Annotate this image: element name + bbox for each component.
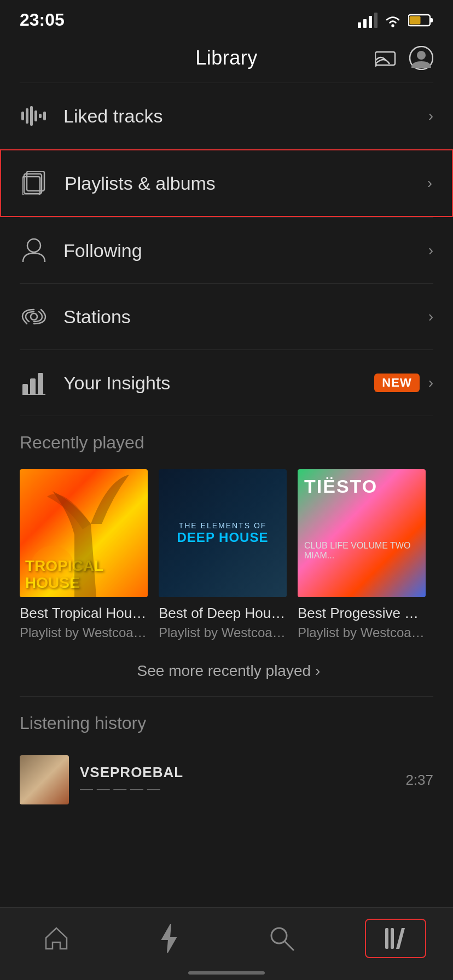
progressive-house-subtitle: Playlist by Westcoast... [298,625,426,640]
person-icon [20,236,48,265]
svg-point-4 [391,24,394,27]
svg-rect-25 [38,373,43,395]
following-chevron: › [428,242,433,259]
tropical-house-title: Best Tropical House (2... [20,605,148,622]
album-card-deep-house[interactable]: THE ELEMENTS OF DEEP HOUSE Best of Deep … [159,469,287,640]
history-track: — — — — — [80,781,394,796]
svg-rect-23 [22,384,28,395]
svg-rect-14 [30,106,33,126]
home-indicator [188,971,265,975]
library-icon [382,925,409,952]
svg-point-22 [31,313,37,320]
history-thumb [20,755,69,804]
insights-label: Your Insights [63,372,374,394]
recently-played-section: Recently played TROPICALHOUSE Best Tropi… [0,416,453,696]
nav-item-library[interactable] [365,919,426,958]
svg-point-11 [417,51,426,60]
history-item[interactable]: VSEPROEBAL — — — — — 2:37 [0,744,453,815]
svg-line-29 [284,941,293,950]
history-duration: 2:37 [405,772,433,789]
radio-icon [20,302,48,331]
following-label: Following [63,240,428,261]
page-title: Library [195,46,258,69]
album-thumb-progressive-house: TIËSTO CLUB LIFE VOLUME TWO MIAM... [298,469,426,597]
svg-rect-15 [34,110,37,121]
status-icons [358,13,433,28]
history-info: VSEPROEBAL — — — — — [80,764,394,796]
deep-house-subtitle: Playlist by Westcoast... [159,625,287,640]
status-time: 23:05 [20,10,65,30]
svg-rect-17 [43,112,46,120]
albums-icon [21,169,49,197]
bottom-nav [0,907,453,980]
menu-item-liked-tracks[interactable]: Liked tracks › [0,83,453,149]
svg-point-27 [31,546,74,590]
svg-rect-12 [21,112,24,120]
nav-item-search[interactable] [252,920,311,957]
insights-chevron: › [428,374,433,392]
menu-item-stations[interactable]: Stations › [0,284,453,349]
album-thumb-deep-house: THE ELEMENTS OF DEEP HOUSE [159,469,287,597]
playlists-albums-label: Playlists & albums [65,173,427,194]
battery-icon [408,13,433,27]
album-card-progressive-house[interactable]: TIËSTO CLUB LIFE VOLUME TWO MIAM... Best… [298,469,426,640]
menu-item-your-insights[interactable]: Your Insights NEW › [0,350,453,416]
svg-rect-30 [385,928,388,949]
new-badge: NEW [374,374,419,392]
album-thumb-tropical-house: TROPICALHOUSE [20,469,148,597]
cast-button[interactable] [374,46,398,70]
recently-played-title: Recently played [0,416,453,464]
playlists-albums-chevron: › [427,174,432,192]
svg-rect-1 [363,19,367,28]
svg-point-21 [27,239,40,252]
profile-button[interactable] [409,46,433,70]
album-card-tropical-house[interactable]: TROPICALHOUSE Best Tropical House (2... … [20,469,148,640]
menu-item-following[interactable]: Following › [0,218,453,283]
search-icon [269,925,295,952]
svg-rect-3 [374,13,378,28]
chart-icon [20,369,48,397]
svg-rect-16 [39,114,42,118]
status-bar: 23:05 [0,0,453,36]
waveform-icon [20,102,48,130]
svg-rect-31 [391,928,394,949]
progressive-house-title: Best Progessive Hous... [298,605,426,622]
tropical-house-subtitle: Playlist by Westcoast... [20,625,148,640]
signal-icon [358,13,378,28]
svg-rect-6 [430,18,433,22]
liked-tracks-label: Liked tracks [63,106,428,127]
recently-played-list: TROPICALHOUSE Best Tropical House (2... … [0,464,453,651]
svg-rect-7 [410,16,421,24]
svg-rect-20 [22,177,40,195]
bolt-icon [156,925,182,952]
listening-history-section: Listening history VSEPROEBAL — — — — — 2… [0,697,453,815]
svg-rect-2 [369,16,372,28]
deep-house-title: Best of Deep House (V... [159,605,287,622]
listening-history-title: Listening history [0,697,453,744]
liked-tracks-chevron: › [428,107,433,125]
wifi-icon [383,13,403,28]
home-icon [43,925,69,952]
stations-chevron: › [428,308,433,325]
menu-item-playlists-albums[interactable]: Playlists & albums › [0,149,453,217]
nav-item-stream[interactable] [140,920,199,957]
history-artist: VSEPROEBAL [80,764,394,781]
see-more-recently-played[interactable]: See more recently played› [0,651,453,696]
header: Library [0,36,453,83]
nav-item-home[interactable] [27,920,86,957]
svg-rect-13 [26,108,28,124]
svg-rect-24 [30,378,36,395]
stations-label: Stations [63,306,428,328]
svg-rect-0 [358,22,361,28]
header-actions [374,46,433,70]
svg-point-9 [375,63,377,67]
